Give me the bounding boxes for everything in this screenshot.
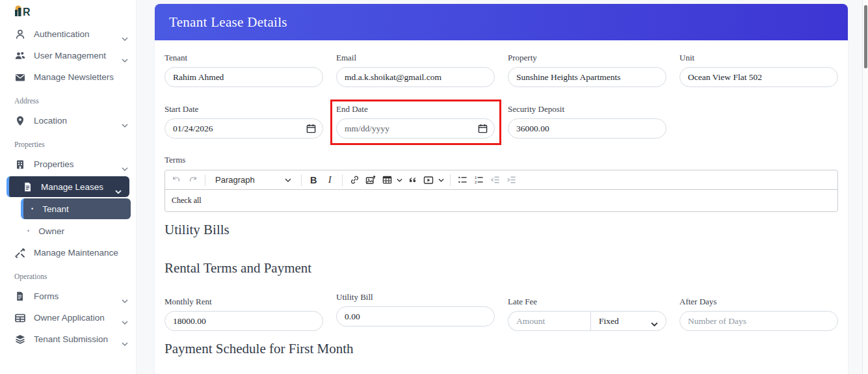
rental-fields-row: Monthly Rent Utility Bill Late Fee Fixed [164,297,838,331]
field-tenant: Tenant [164,53,323,87]
sidebar-item-label: Owner [38,226,64,236]
vertical-scrollbar[interactable] [862,0,868,374]
sidebar-item-manage-newsletters[interactable]: Manage Newsletters [0,66,136,88]
sidebar-item-label: Authentication [34,29,122,39]
email-input[interactable] [336,67,495,87]
field-start-date: Start Date [164,104,323,139]
property-input[interactable] [508,67,666,87]
sidebar-item-owner-application[interactable]: Owner Application [0,307,136,328]
late-fee-type-value: Fixed [599,316,651,327]
svg-text:2: 2 [475,180,477,184]
field-label: Property [508,53,666,63]
field-label: End Date [336,104,495,114]
sidebar-item-tenant-submission[interactable]: Tenant Submission [0,328,136,350]
indent-icon[interactable] [503,172,519,188]
bullet-icon: • [31,206,33,212]
scrollbar-thumb[interactable] [864,5,867,68]
tenant-input[interactable] [164,67,323,87]
media-dropdown-chevron-icon[interactable] [437,172,446,188]
sidebar-item-label: Location [34,116,122,126]
bold-button[interactable]: B [306,172,322,188]
terms-label: Terms [164,155,838,165]
unit-input[interactable] [679,67,838,87]
field-utility-bill: Utility Bill [336,292,495,331]
sidebar-item-owner[interactable]: • Owner [0,220,136,242]
end-date-input[interactable] [336,118,495,139]
insert-table-icon[interactable] [379,172,395,188]
sidebar-item-manage-maintenance[interactable]: Manage Maintenance [0,242,136,263]
card-header: Tenant Lease Details [155,4,848,40]
chevron-down-icon [122,338,128,342]
sidebar-item-authentication[interactable]: Authentication [0,23,136,45]
italic-button[interactable]: I [322,172,338,188]
rental-terms-heading: Rental Terms and Payment [164,260,838,276]
sidebar-item-label: Tenant Submission [34,334,122,344]
chevron-down-icon [122,317,128,321]
field-late-fee: Late Fee Fixed [508,297,666,331]
monthly-rent-input[interactable] [164,311,323,331]
lease-details-card: Tenant Lease Details Tenant Email Proper… [155,4,848,374]
bulleted-list-icon[interactable] [454,172,471,188]
field-label: Unit [679,53,838,63]
chevron-down-icon [122,295,128,299]
envelope-icon [14,72,26,83]
undo-button[interactable] [168,172,185,188]
editor-toolbar: Paragraph B I [165,170,837,190]
sidebar-item-user-management[interactable]: User Management [0,45,136,66]
app-logo[interactable]: R [0,0,136,23]
utility-bill-input[interactable] [336,306,495,327]
sidebar-item-forms[interactable]: Forms [0,286,136,307]
chevron-down-icon [122,163,128,167]
chevron-down-icon [285,178,291,182]
field-email: Email [336,53,495,87]
layers-icon [14,334,26,345]
empty-cell [679,104,838,139]
users-icon [14,50,26,62]
map-pin-icon [14,115,26,127]
sidebar-item-manage-leases[interactable]: Manage Leases [7,176,129,197]
lease-fields-row-2: Start Date End Date [164,104,838,139]
sidebar-item-location[interactable]: Location [0,110,136,131]
card-content: Tenant Email Property Unit [155,40,848,374]
chevron-down-icon [115,186,122,190]
after-days-input[interactable] [679,311,838,331]
wrench-icon [14,247,26,259]
start-date-input[interactable] [164,118,323,139]
sidebar-item-label: Manage Newsletters [34,72,128,82]
link-icon[interactable] [347,172,363,188]
numbered-list-icon[interactable]: 12 [471,172,487,188]
sidebar-section-properties: Properties [0,140,136,148]
insert-image-icon[interactable] [363,172,379,188]
redo-button[interactable] [185,172,201,188]
late-fee-amount-input[interactable] [508,311,590,331]
chevron-down-icon [122,55,128,59]
field-property: Property [508,53,666,87]
editor-content[interactable]: Check all [165,190,837,211]
media-embed-icon[interactable] [421,172,437,188]
sidebar-item-properties[interactable]: Properties [0,154,136,175]
form-document-icon [14,291,26,302]
lease-document-icon [22,181,33,193]
sidebar-item-label: Tenant [42,204,123,214]
utility-bills-heading: Utility Bills [164,222,838,238]
paragraph-style-dropdown[interactable]: Paragraph [209,172,297,188]
toolbar-separator [342,174,343,186]
page-title: Tenant Lease Details [169,14,287,31]
rich-text-editor: Paragraph B I [164,170,838,212]
outdent-icon[interactable] [487,172,503,188]
paragraph-style-label: Paragraph [215,175,255,185]
field-after-days: After Days [679,297,838,331]
field-label: Monthly Rent [164,297,323,307]
field-label: After Days [679,297,838,307]
bullet-icon: • [27,228,29,234]
block-quote-icon[interactable] [404,172,421,188]
field-label: Late Fee [508,297,666,307]
sidebar-section-operations: Operations [0,273,136,280]
sidebar-item-label: Properties [34,159,122,169]
chevron-down-icon [651,319,658,323]
security-deposit-input[interactable] [508,118,666,139]
sidebar-item-tenant[interactable]: • Tenant [21,198,131,219]
late-fee-type-select[interactable]: Fixed [590,311,666,331]
table-dropdown-chevron-icon[interactable] [395,172,404,188]
chevron-down-icon [122,120,128,124]
